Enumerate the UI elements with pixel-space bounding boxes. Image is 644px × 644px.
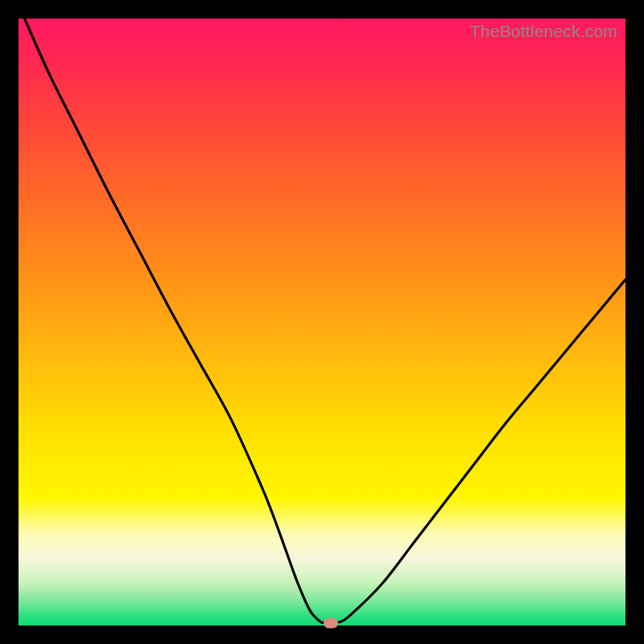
plot-area: TheBottleneck.com — [19, 19, 625, 625]
curve-svg — [19, 19, 625, 625]
bottleneck-curve-path — [25, 19, 625, 623]
chart-frame: TheBottleneck.com — [0, 0, 644, 644]
optimal-point-marker — [324, 617, 338, 628]
